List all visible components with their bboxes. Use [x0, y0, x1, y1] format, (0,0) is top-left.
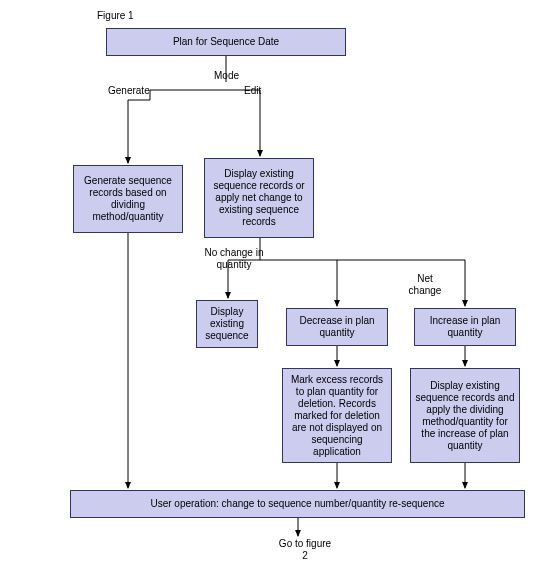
figure-title: Figure 1	[97, 10, 134, 22]
node-edit: Display existing sequence records or app…	[204, 158, 314, 238]
label-no-change: No change in quantity	[204, 247, 264, 271]
node-decrease: Decrease in plan quantity	[286, 308, 388, 346]
node-display-existing: Display existing sequence	[196, 300, 258, 348]
label-edit: Edit	[244, 85, 261, 97]
label-goto: Go to figure 2	[275, 538, 335, 562]
node-display-apply: Display existing sequence records and ap…	[410, 368, 520, 463]
node-plan: Plan for Sequence Date	[106, 28, 346, 56]
node-generate: Generate sequence records based on divid…	[73, 165, 183, 233]
label-net-change: Net change	[400, 273, 450, 297]
node-increase: Increase in plan quantity	[414, 308, 516, 346]
node-mark-excess: Mark excess records to plan quantity for…	[282, 368, 392, 463]
node-user-op: User operation: change to sequence numbe…	[70, 490, 525, 518]
label-generate: Generate	[108, 85, 150, 97]
flow-lines	[0, 0, 547, 571]
label-mode: Mode	[214, 70, 239, 82]
